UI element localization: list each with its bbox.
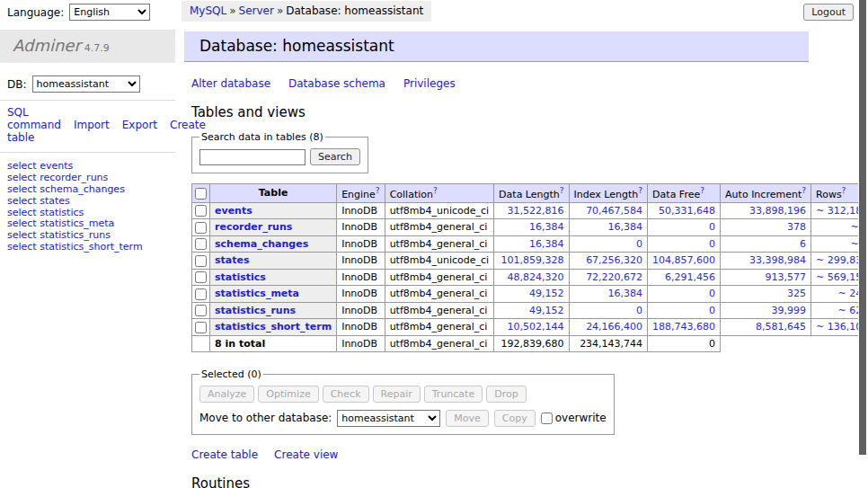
breadcrumb-mysql-link[interactable]: MySQL bbox=[190, 4, 226, 17]
create-table-link[interactable]: Create table bbox=[191, 448, 258, 461]
row-checkbox-statistics[interactable] bbox=[195, 271, 207, 283]
analyze-button[interactable]: Analyze bbox=[199, 386, 254, 403]
row-checkbox-schema-changes[interactable] bbox=[195, 238, 207, 250]
table-link-events[interactable]: events bbox=[215, 205, 252, 217]
check-button[interactable]: Check bbox=[323, 386, 369, 403]
column-help-link[interactable]: ? bbox=[560, 186, 564, 195]
copy-button[interactable]: Copy bbox=[494, 410, 536, 427]
select-all-checkbox[interactable] bbox=[195, 188, 207, 200]
drop-button[interactable]: Drop bbox=[486, 386, 526, 403]
auto-increment-value[interactable]: 39,999 bbox=[772, 305, 807, 316]
index-length-value[interactable]: 0 bbox=[636, 238, 642, 250]
sidebar-select-schema-changes-link[interactable]: select schema_changes bbox=[7, 184, 168, 196]
auto-increment-value[interactable]: 33,398,984 bbox=[749, 254, 806, 266]
sidebar-action-export[interactable]: Export bbox=[122, 119, 157, 131]
auto-increment-value[interactable]: 913,577 bbox=[766, 271, 807, 283]
data-free-value[interactable]: 104,857,600 bbox=[652, 254, 715, 266]
data-free-value[interactable]: 0 bbox=[709, 221, 715, 233]
overwrite-checkbox[interactable] bbox=[541, 413, 553, 424]
db-select[interactable]: homeassistant bbox=[32, 75, 140, 93]
column-help-link[interactable]: ? bbox=[433, 186, 438, 195]
index-length-value[interactable]: 16,384 bbox=[608, 221, 643, 233]
column-help-link[interactable]: ? bbox=[638, 186, 642, 195]
data-length-value[interactable]: 49,152 bbox=[529, 288, 564, 299]
table-row-states: statesInnoDButf8mb4_unicode_ci101,859,32… bbox=[192, 253, 868, 270]
data-length-value[interactable]: 10,502,144 bbox=[508, 321, 564, 333]
index-length-cell: 16,384 bbox=[569, 286, 648, 303]
data-free-value[interactable]: 0 bbox=[709, 288, 715, 299]
move-button[interactable]: Move bbox=[446, 410, 489, 427]
search-fieldset: Search data in tables (8) Search bbox=[191, 131, 368, 173]
scrollbar-thumb[interactable] bbox=[859, 0, 866, 455]
breadcrumb-server-link[interactable]: Server bbox=[239, 4, 274, 17]
auto-increment-value[interactable]: 33,898,196 bbox=[749, 205, 806, 217]
index-length-value[interactable]: 72,220,672 bbox=[586, 271, 642, 283]
language-select[interactable]: English bbox=[69, 4, 150, 21]
sidebar-action-sql-command[interactable]: SQL command bbox=[7, 106, 61, 131]
total-data-free-cell: 0 bbox=[648, 335, 721, 351]
table-link-recorder-runs[interactable]: recorder_runs bbox=[215, 221, 292, 233]
privileges-link[interactable]: Privileges bbox=[403, 77, 456, 90]
index-length-value[interactable]: 24,166,400 bbox=[586, 321, 642, 333]
table-link-states[interactable]: states bbox=[215, 254, 250, 266]
app-name[interactable]: Adminer bbox=[13, 36, 81, 55]
table-link-statistics-runs[interactable]: statistics_runs bbox=[215, 305, 296, 316]
logout-button[interactable]: Logout bbox=[803, 4, 854, 21]
row-checkbox-statistics-meta[interactable] bbox=[195, 288, 207, 300]
truncate-button[interactable]: Truncate bbox=[424, 386, 483, 403]
data-length-value[interactable]: 16,384 bbox=[529, 221, 564, 233]
row-checkbox-statistics-runs[interactable] bbox=[195, 305, 207, 316]
index-length-value[interactable]: 70,467,584 bbox=[586, 205, 642, 217]
index-length-value[interactable]: 16,384 bbox=[608, 288, 643, 299]
optimize-button[interactable]: Optimize bbox=[258, 386, 318, 403]
row-checkbox-cell bbox=[192, 319, 210, 336]
data-length-value[interactable]: 16,384 bbox=[529, 238, 564, 250]
auto-increment-value[interactable]: 325 bbox=[787, 288, 806, 299]
create-view-link[interactable]: Create view bbox=[274, 448, 338, 461]
auto-increment-value[interactable]: 6 bbox=[800, 238, 806, 250]
data-free-value[interactable]: 188,743,680 bbox=[652, 321, 715, 333]
sidebar-action-import[interactable]: Import bbox=[74, 119, 110, 131]
row-checkbox-events[interactable] bbox=[195, 205, 207, 217]
index-length-value[interactable]: 67,256,320 bbox=[586, 254, 642, 266]
row-checkbox-statistics-short-term[interactable] bbox=[195, 322, 207, 333]
row-checkbox-recorder-runs[interactable] bbox=[195, 222, 207, 234]
data-length-value[interactable]: 49,152 bbox=[529, 305, 564, 316]
data-length-value[interactable]: 48,824,320 bbox=[508, 271, 564, 283]
sidebar-select-statistics-short-term-link[interactable]: select statistics_short_term bbox=[7, 242, 168, 253]
auto-increment-cell: 913,577 bbox=[721, 269, 811, 286]
data-free-cell: 0 bbox=[648, 286, 721, 303]
data-free-value[interactable]: 50,331,648 bbox=[659, 205, 715, 217]
index-length-cell: 16,384 bbox=[569, 219, 648, 236]
alter-database-link[interactable]: Alter database bbox=[191, 77, 270, 90]
data-length-value[interactable]: 101,859,328 bbox=[501, 254, 564, 266]
data-length-value[interactable]: 31,522,816 bbox=[508, 205, 564, 217]
search-legend: Search data in tables (8) bbox=[199, 131, 325, 143]
auto-increment-value[interactable]: 378 bbox=[787, 221, 806, 233]
column-header-label: Data Length bbox=[499, 189, 560, 200]
search-button[interactable]: Search bbox=[310, 148, 360, 165]
row-checkbox-states[interactable] bbox=[195, 255, 207, 267]
table-link-statistics[interactable]: statistics bbox=[215, 271, 266, 283]
column-help-link[interactable]: ? bbox=[700, 186, 704, 195]
index-length-value[interactable]: 0 bbox=[636, 305, 642, 316]
table-link-statistics-meta[interactable]: statistics_meta bbox=[215, 288, 299, 299]
auto-increment-value[interactable]: 8,581,645 bbox=[756, 321, 806, 333]
sidebar-select-states-link[interactable]: select states bbox=[7, 196, 168, 208]
selected-legend: Selected (0) bbox=[199, 368, 263, 380]
data-free-value[interactable]: 6,291,456 bbox=[665, 271, 715, 283]
total-checkbox-cell bbox=[192, 335, 210, 351]
column-help-link[interactable]: ? bbox=[842, 186, 846, 195]
data-free-value[interactable]: 0 bbox=[709, 305, 715, 316]
column-help-link[interactable]: ? bbox=[376, 186, 380, 195]
table-link-schema-changes[interactable]: schema_changes bbox=[215, 238, 308, 250]
column-help-link[interactable]: ? bbox=[802, 186, 806, 195]
database-schema-link[interactable]: Database schema bbox=[288, 77, 385, 90]
search-input[interactable] bbox=[199, 149, 306, 165]
column-header-label: Auto Increment bbox=[725, 189, 802, 200]
vertical-scrollbar[interactable] bbox=[858, 0, 868, 488]
repair-button[interactable]: Repair bbox=[373, 386, 421, 403]
data-free-value[interactable]: 0 bbox=[709, 238, 715, 250]
table-link-statistics-short-term[interactable]: statistics_short_term bbox=[215, 321, 332, 333]
move-database-select[interactable]: homeassistant bbox=[337, 410, 440, 427]
